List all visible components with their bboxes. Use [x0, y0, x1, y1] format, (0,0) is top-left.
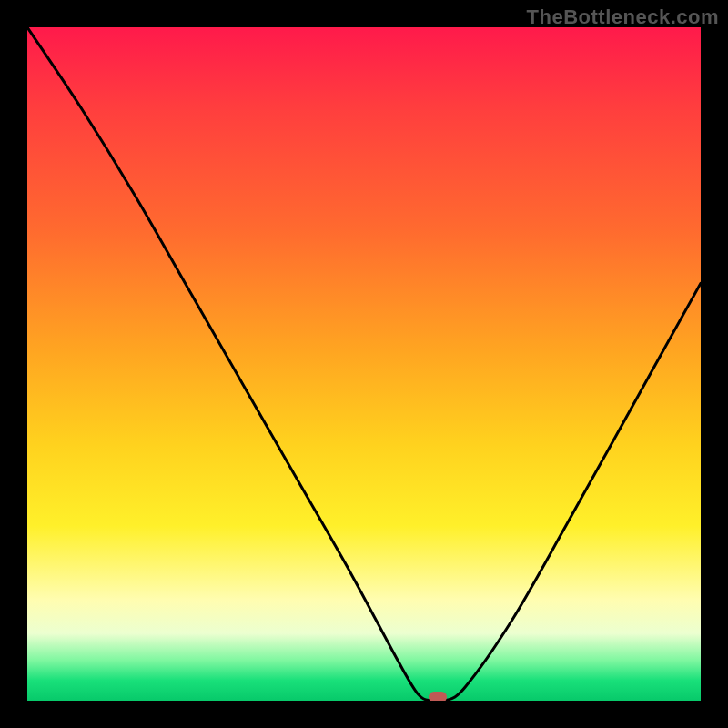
watermark-text: TheBottleneck.com: [527, 5, 719, 29]
chart-frame: TheBottleneck.com: [0, 0, 728, 728]
plot-area: [27, 27, 701, 701]
curve-path: [27, 27, 701, 701]
bottleneck-curve: [27, 27, 701, 701]
min-point-marker: [429, 692, 447, 701]
